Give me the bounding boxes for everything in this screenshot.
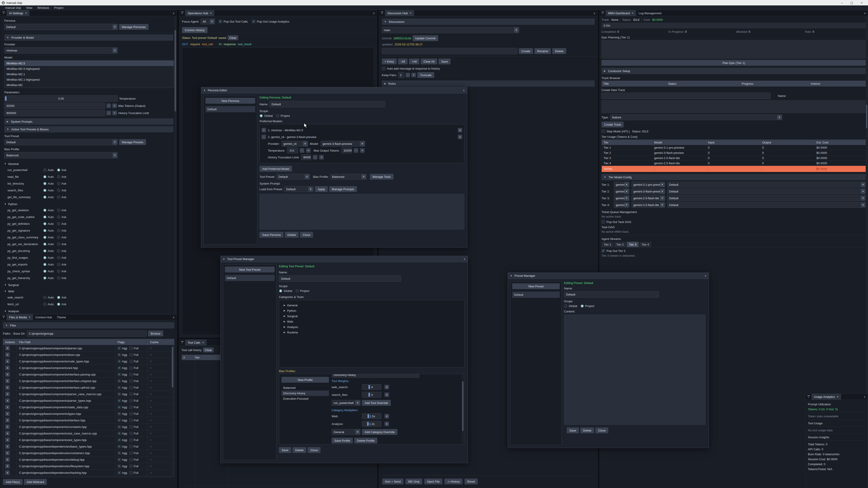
- tool-group-web[interactable]: Web: [4, 289, 174, 294]
- load-preset-select[interactable]: Default: [284, 186, 313, 192]
- category-analysis[interactable]: Analysis: [281, 324, 463, 330]
- remove-file-button[interactable]: x: [5, 398, 10, 403]
- dock-menu-icon[interactable]: [600, 10, 606, 16]
- delete-preset-button[interactable]: Delete: [580, 427, 594, 433]
- full-checkbox[interactable]: [129, 412, 133, 416]
- auto-radio[interactable]: [43, 182, 46, 185]
- remove-file-button[interactable]: x: [5, 437, 10, 442]
- roles-section[interactable]: Roles: [382, 80, 595, 87]
- remove-file-button[interactable]: x: [5, 392, 10, 396]
- auto-radio[interactable]: [43, 236, 46, 239]
- tier-provider-select[interactable]: gemini: [614, 195, 629, 201]
- remove-file-button[interactable]: x: [5, 431, 10, 435]
- agg-checkbox[interactable]: [118, 392, 121, 396]
- auto-radio[interactable]: [43, 229, 46, 232]
- model-option[interactable]: MiniMax-M2.1: [4, 71, 174, 77]
- close-icon[interactable]: [464, 257, 465, 261]
- persona-list-item[interactable]: Default: [206, 106, 255, 112]
- ask-radio[interactable]: [57, 168, 60, 172]
- tool-group-surgical[interactable]: Surgical: [4, 282, 174, 288]
- category-web[interactable]: Web: [281, 319, 463, 324]
- remove-model-button[interactable]: x: [458, 135, 462, 139]
- auto-radio[interactable]: [43, 222, 46, 225]
- project-radio[interactable]: [296, 289, 299, 293]
- model-option[interactable]: MiniMax-M2.5-highspeed: [4, 66, 174, 71]
- increment-button[interactable]: +: [411, 73, 416, 77]
- ask-radio[interactable]: [57, 269, 60, 273]
- auto-radio[interactable]: [43, 256, 46, 259]
- tier-provider-select[interactable]: gemini: [614, 188, 629, 194]
- agg-checkbox[interactable]: [118, 419, 121, 422]
- close-icon[interactable]: [463, 89, 465, 92]
- panel-close-icon[interactable]: [373, 10, 375, 16]
- full-checkbox[interactable]: [129, 419, 133, 422]
- remove-file-button[interactable]: x: [5, 372, 10, 377]
- agg-checkbox[interactable]: [118, 405, 121, 409]
- panel-close-icon[interactable]: [864, 10, 866, 16]
- add-wildcard-button[interactable]: Add Wildcard: [24, 479, 47, 485]
- model-option[interactable]: MiniMax-M2.5: [4, 61, 174, 66]
- history-limit-input[interactable]: 900000: [4, 110, 105, 116]
- decrement-button[interactable]: -: [405, 73, 410, 77]
- decrement-button[interactable]: -: [106, 103, 111, 108]
- panel-close-icon[interactable]: [594, 10, 595, 16]
- remove-file-button[interactable]: x: [5, 385, 10, 390]
- discussion-select[interactable]: main: [382, 27, 519, 33]
- full-checkbox[interactable]: [129, 425, 133, 429]
- tier-preset-select[interactable]: Default: [667, 182, 866, 188]
- preset-list-item[interactable]: Default: [512, 291, 560, 298]
- max-tokens-input[interactable]: 32000: [4, 103, 105, 109]
- tier-preset-select[interactable]: Default: [667, 202, 866, 208]
- panel-close-icon[interactable]: [173, 10, 175, 16]
- remove-file-button[interactable]: x: [5, 424, 10, 429]
- ask-radio[interactable]: [57, 296, 60, 299]
- create-track-button[interactable]: Create Track: [601, 122, 624, 127]
- agg-checkbox[interactable]: [118, 471, 121, 475]
- scrollbar[interactable]: [462, 375, 464, 444]
- global-radio[interactable]: [564, 304, 567, 308]
- tab-files-media[interactable]: Files & Media: [6, 314, 33, 320]
- tab-close-icon[interactable]: [837, 395, 839, 398]
- tier-provider-select[interactable]: gemini: [614, 202, 629, 208]
- manage-presets-button[interactable]: Manage Presets: [119, 139, 146, 145]
- agg-checkbox[interactable]: [118, 366, 121, 369]
- full-checkbox[interactable]: [129, 451, 133, 455]
- tool-group-analysis[interactable]: Analysis: [4, 308, 174, 314]
- project-radio[interactable]: [276, 114, 279, 118]
- dock-menu-icon[interactable]: [179, 10, 185, 16]
- add-entry-button[interactable]: + Entry: [382, 59, 397, 64]
- bias-profile-select[interactable]: Balanced: [4, 152, 118, 158]
- conductor-setup-section[interactable]: Conductor Setup: [601, 68, 866, 74]
- keep-pairs-input[interactable]: 2: [398, 72, 404, 78]
- pop-out-usage-checkbox[interactable]: [252, 20, 255, 23]
- remove-file-button[interactable]: x: [5, 346, 10, 350]
- agg-checkbox[interactable]: [118, 438, 121, 442]
- new-profile-button[interactable]: New Profile: [281, 377, 329, 383]
- base-dir-input[interactable]: C:/projects/gencpp: [27, 330, 147, 337]
- close-dialog-button[interactable]: Close: [300, 232, 313, 238]
- delete-profile-button[interactable]: Delete Profile: [354, 437, 377, 444]
- global-radio[interactable]: [279, 289, 282, 293]
- agg-checkbox[interactable]: [118, 360, 121, 363]
- slider-handle[interactable]: [368, 385, 370, 389]
- add-files-button[interactable]: Add File(s): [3, 479, 23, 485]
- auto-radio[interactable]: [43, 215, 46, 219]
- ask-radio[interactable]: [57, 263, 60, 266]
- full-checkbox[interactable]: [129, 445, 133, 448]
- add-category-override-button[interactable]: Add Category Override: [362, 429, 397, 435]
- decrement-button[interactable]: -: [106, 111, 111, 115]
- persona-bias-select[interactable]: Balanced: [330, 174, 367, 180]
- temperature-slider[interactable]: 0.00: [4, 95, 118, 102]
- focus-agent-select[interactable]: All: [200, 19, 215, 24]
- agg-checkbox[interactable]: [118, 445, 121, 448]
- manage-personas-button[interactable]: Manage Personas: [119, 24, 149, 30]
- tier-model-config-section[interactable]: Tier Model Config: [601, 174, 866, 180]
- auto-radio[interactable]: [43, 269, 46, 273]
- stream-tab-tier2[interactable]: Tier 2: [614, 242, 626, 247]
- remove-file-button[interactable]: x: [5, 412, 10, 416]
- tab-tool-calls[interactable]: Tool Calls: [185, 339, 207, 346]
- agg-checkbox[interactable]: [118, 353, 121, 357]
- agg-checkbox[interactable]: [118, 386, 121, 389]
- new-preset-button[interactable]: New Preset: [512, 283, 560, 289]
- profile-list-item[interactable]: Discovery-Heavy: [281, 390, 329, 396]
